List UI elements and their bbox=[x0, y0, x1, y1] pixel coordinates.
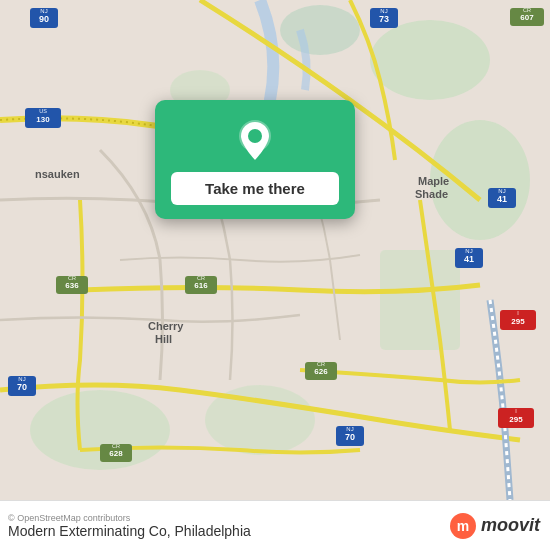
popup-card: Take me there bbox=[155, 100, 355, 219]
place-name: Modern Exterminating Co, Philadelphia bbox=[8, 523, 251, 539]
moovit-icon: m bbox=[449, 512, 477, 540]
svg-text:NJ: NJ bbox=[40, 8, 47, 14]
attribution-text: © OpenStreetMap contributors bbox=[8, 513, 251, 523]
svg-text:73: 73 bbox=[379, 14, 389, 24]
svg-text:295: 295 bbox=[509, 415, 523, 424]
map-background: 90 NJ 130 US 73 NJ 607 CR 41 NJ 41 NJ 61… bbox=[0, 0, 550, 500]
map-container: 90 NJ 130 US 73 NJ 607 CR 41 NJ 41 NJ 61… bbox=[0, 0, 550, 500]
svg-text:90: 90 bbox=[39, 14, 49, 24]
svg-text:CR: CR bbox=[523, 7, 531, 13]
svg-text:70: 70 bbox=[345, 432, 355, 442]
svg-text:nsauken: nsauken bbox=[35, 168, 80, 180]
svg-text:628: 628 bbox=[109, 449, 123, 458]
moovit-text: moovit bbox=[481, 515, 540, 536]
svg-text:Maple: Maple bbox=[418, 175, 449, 187]
svg-text:CR: CR bbox=[112, 443, 120, 449]
svg-text:Cherry: Cherry bbox=[148, 320, 184, 332]
svg-text:626: 626 bbox=[314, 367, 328, 376]
svg-point-1 bbox=[370, 20, 490, 100]
bottom-left-info: © OpenStreetMap contributors Modern Exte… bbox=[8, 513, 251, 539]
svg-text:CR: CR bbox=[68, 275, 76, 281]
svg-text:Hill: Hill bbox=[155, 333, 172, 345]
svg-text:m: m bbox=[457, 518, 469, 534]
take-me-there-button[interactable]: Take me there bbox=[171, 172, 339, 205]
moovit-logo: m moovit bbox=[449, 512, 540, 540]
svg-text:607: 607 bbox=[520, 13, 534, 22]
svg-text:CR: CR bbox=[317, 361, 325, 367]
location-pin-icon bbox=[233, 118, 277, 162]
svg-text:NJ: NJ bbox=[18, 376, 25, 382]
svg-point-3 bbox=[280, 5, 360, 55]
svg-text:70: 70 bbox=[17, 382, 27, 392]
svg-text:NJ: NJ bbox=[380, 8, 387, 14]
svg-text:636: 636 bbox=[65, 281, 79, 290]
svg-point-56 bbox=[248, 129, 262, 143]
svg-text:130: 130 bbox=[36, 115, 50, 124]
svg-text:Shade: Shade bbox=[415, 188, 448, 200]
svg-text:41: 41 bbox=[497, 194, 507, 204]
svg-text:US: US bbox=[39, 108, 47, 114]
bottom-bar: © OpenStreetMap contributors Modern Exte… bbox=[0, 500, 550, 550]
svg-text:NJ: NJ bbox=[465, 248, 472, 254]
svg-text:NJ: NJ bbox=[498, 188, 505, 194]
svg-rect-5 bbox=[380, 250, 460, 350]
svg-text:41: 41 bbox=[464, 254, 474, 264]
svg-text:295: 295 bbox=[511, 317, 525, 326]
svg-text:CR: CR bbox=[197, 275, 205, 281]
svg-text:NJ: NJ bbox=[346, 426, 353, 432]
svg-text:616: 616 bbox=[194, 281, 208, 290]
